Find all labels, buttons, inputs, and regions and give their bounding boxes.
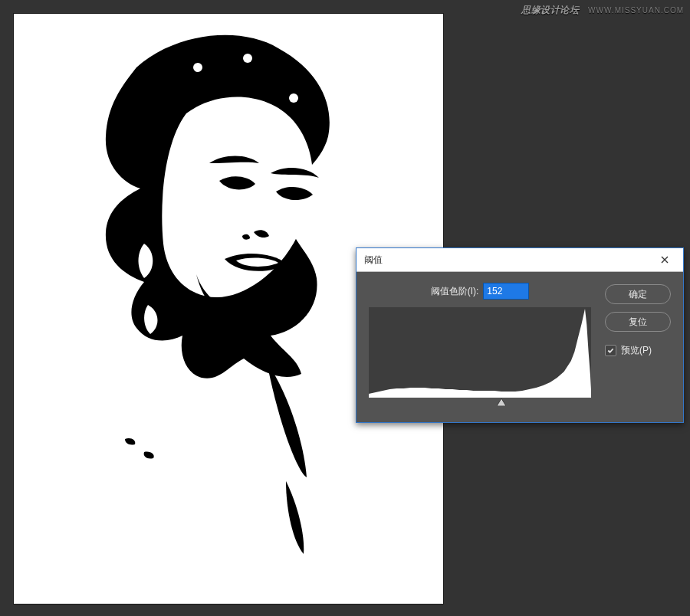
threshold-slider-track[interactable] (369, 398, 591, 408)
check-icon (607, 347, 614, 354)
preview-row: 预览(P) (605, 344, 671, 357)
watermark-brand: 思缘设计论坛 (521, 5, 579, 15)
preview-checkbox[interactable] (605, 345, 616, 356)
watermark-site: WWW.MISSYUAN.COM (588, 6, 684, 15)
histogram-plot (369, 307, 591, 398)
reset-button[interactable]: 复位 (605, 312, 671, 332)
close-button[interactable] (654, 252, 675, 267)
threshold-field-row: 阈值色阶(I): (369, 283, 591, 300)
threshold-slider-thumb[interactable] (497, 398, 506, 406)
svg-point-4 (234, 179, 242, 187)
threshold-dialog: 阈值 阈值色阶(I): (356, 247, 684, 423)
svg-marker-7 (497, 398, 506, 406)
dialog-titlebar[interactable]: 阈值 (356, 248, 683, 272)
close-icon (661, 256, 669, 264)
dialog-title: 阈值 (364, 254, 654, 267)
svg-point-1 (193, 63, 202, 72)
app-background: 思缘设计论坛 WWW.MISSYUAN.COM (0, 0, 690, 616)
histogram[interactable] (369, 307, 591, 398)
svg-marker-6 (369, 309, 591, 398)
threshold-input[interactable] (483, 283, 529, 300)
ok-button[interactable]: 确定 (605, 284, 671, 304)
watermark: 思缘设计论坛 WWW.MISSYUAN.COM (521, 4, 684, 17)
threshold-label: 阈值色阶(I): (431, 285, 479, 298)
svg-point-3 (289, 93, 298, 103)
svg-point-5 (291, 189, 298, 197)
dialog-main: 阈值色阶(I): (369, 283, 591, 408)
svg-point-2 (243, 54, 252, 63)
preview-label: 预览(P) (621, 344, 652, 357)
dialog-side: 确定 复位 预览(P) (605, 283, 671, 408)
slider-thumb-icon (497, 398, 506, 406)
dialog-body: 阈值色阶(I): 确定 复位 (356, 272, 683, 422)
